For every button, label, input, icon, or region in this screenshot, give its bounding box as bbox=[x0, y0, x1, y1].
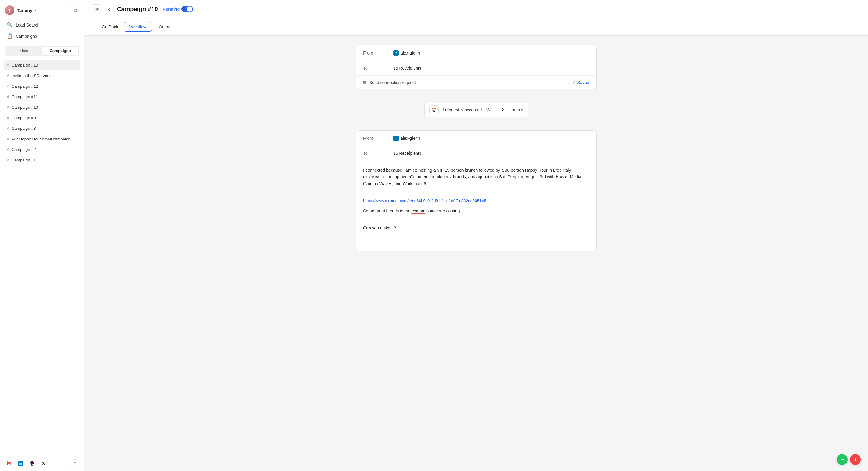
campaign-label: Campaign #9 bbox=[11, 115, 36, 120]
running-toggle[interactable] bbox=[181, 6, 193, 12]
slack-icon[interactable] bbox=[28, 459, 36, 467]
hash-icon: # bbox=[7, 115, 9, 121]
notification-badge[interactable]: 1 bbox=[850, 454, 861, 465]
mail-icon[interactable]: ✉ bbox=[92, 4, 101, 14]
tab-lists[interactable]: Lists bbox=[6, 47, 42, 55]
from-row-2: From in alex-glenn bbox=[356, 131, 596, 146]
gmail-icon[interactable] bbox=[5, 459, 13, 467]
from-value-2: in alex-glenn bbox=[393, 136, 420, 141]
campaign-label: Campaign #8 bbox=[11, 126, 36, 131]
campaign-label: Campaign #10 bbox=[11, 63, 38, 67]
to-label: To bbox=[363, 66, 393, 70]
tab-output[interactable]: Output bbox=[153, 22, 177, 31]
add-integration-icon[interactable]: + bbox=[51, 459, 59, 467]
message-para-3: Some great friends in the ecomm space ar… bbox=[363, 207, 589, 214]
toggle-knob bbox=[187, 6, 192, 12]
card-footer: ✉ Send connection request ✔ Saved bbox=[356, 76, 596, 89]
hash-icon: # bbox=[7, 147, 9, 152]
campaign-label: Campaign #10 bbox=[11, 105, 38, 110]
campaign-item-5[interactable]: # Campaign #9 bbox=[4, 113, 81, 123]
chevron-down-icon: ▾ bbox=[35, 8, 36, 12]
page-title: Campaign #10 bbox=[117, 6, 158, 13]
action-label: ✉ Send connection request bbox=[363, 80, 416, 85]
user-info[interactable]: T Tammy ▾ bbox=[5, 5, 36, 15]
chevron-down-icon: ▾ bbox=[521, 108, 523, 112]
campaign-list: # Campaign #10 # Invite to the SD event … bbox=[0, 59, 84, 455]
workflow-canvas: From in alex-glenn To 15 Receipients ✉ S… bbox=[84, 36, 868, 471]
campaign-item-4[interactable]: # Campaign #10 bbox=[4, 102, 81, 113]
linkedin-icon-2: in bbox=[393, 136, 399, 141]
workflow-connector: 📅 If request is accepted Wait 2 Hours ▾ bbox=[355, 90, 597, 130]
hash-icon: # bbox=[7, 94, 9, 99]
to-row-2: To 15 Receipients bbox=[356, 146, 596, 161]
from-account-2: alex-glenn bbox=[401, 136, 420, 141]
message-para-1: I connected because I am co-hosting a VI… bbox=[363, 167, 589, 187]
message-link[interactable]: https://www.airmeet.com/e/de66b9c0-2d81-… bbox=[363, 198, 589, 204]
saved-label: Saved bbox=[577, 80, 589, 85]
subtabs: ← Go Back Workflow Output bbox=[84, 19, 868, 36]
sidebar-bottom: 𝕏 + ? bbox=[0, 455, 84, 471]
go-back-label: Go Back bbox=[102, 24, 118, 29]
campaign-item-3[interactable]: # Campaign #11 bbox=[4, 92, 81, 102]
tab-workflow[interactable]: Workflow bbox=[124, 22, 152, 32]
linkedin-icon: in bbox=[393, 50, 399, 56]
sidebar-header: T Tammy ▾ ⊡ bbox=[0, 0, 84, 18]
sidebar-item-lead-search[interactable]: 🔍 Lead Search bbox=[4, 19, 81, 30]
envelope-icon: ✉ bbox=[95, 6, 98, 12]
to-label-2: To bbox=[363, 151, 393, 156]
from-label-2: From bbox=[363, 136, 393, 141]
hash-icon: # bbox=[7, 105, 9, 110]
campaigns-icon: 📋 bbox=[7, 33, 13, 39]
bottom-actions: + 1 bbox=[837, 454, 861, 465]
campaign-item-8[interactable]: # Campaign #2 bbox=[4, 144, 81, 155]
campaign-item-7[interactable]: # VIP Happy Hour email campaign bbox=[4, 134, 81, 144]
left-arrow-icon: ← bbox=[96, 24, 100, 29]
message-body[interactable]: I connected because I am co-hosting a VI… bbox=[356, 161, 596, 251]
add-step-button[interactable]: + bbox=[837, 454, 847, 465]
saved-badge: ✔ Saved bbox=[572, 80, 589, 85]
user-name: Tammy bbox=[17, 8, 32, 13]
status-badge: Running bbox=[163, 6, 193, 12]
campaign-item-9[interactable]: # Campaign #1 bbox=[4, 155, 81, 165]
campaign-item-0[interactable]: # Campaign #10 bbox=[4, 60, 81, 70]
action-text: Send connection request bbox=[369, 80, 416, 85]
sidebar-collapse-button[interactable]: ⊡ bbox=[71, 6, 79, 14]
left-arrow-icon: ‹ bbox=[108, 6, 110, 12]
connector-middle: 📅 If request is accepted Wait 2 Hours ▾ bbox=[424, 103, 528, 117]
hash-icon: # bbox=[7, 84, 9, 89]
help-label: ? bbox=[74, 461, 76, 466]
go-back-button[interactable]: ← Go Back bbox=[92, 22, 122, 31]
campaign-item-1[interactable]: # Invite to the SD event bbox=[4, 70, 81, 81]
check-icon: ✔ bbox=[572, 80, 576, 85]
campaign-label: Campaign #12 bbox=[11, 84, 38, 89]
campaign-item-6[interactable]: # Campaign #8 bbox=[4, 123, 81, 134]
linkedin-icon[interactable] bbox=[16, 459, 25, 467]
to-row: To 15 Receipients bbox=[356, 61, 596, 76]
hash-icon: # bbox=[7, 158, 9, 163]
campaign-label: VIP Happy Hour email campaign bbox=[11, 137, 70, 141]
campaign-item-2[interactable]: # Campaign #12 bbox=[4, 81, 81, 92]
sidebar-nav: 🔍 Lead Search 📋 Campaigns bbox=[0, 18, 84, 43]
hash-icon: # bbox=[7, 63, 9, 68]
sidebar-item-label: Lead Search bbox=[16, 23, 39, 27]
from-value: in alex-glenn bbox=[393, 50, 420, 56]
wait-number: 2 bbox=[500, 107, 506, 112]
help-button[interactable]: ? bbox=[71, 459, 79, 467]
from-account: alex-glenn bbox=[401, 51, 420, 56]
step1-card: From in alex-glenn To 15 Receipients ✉ S… bbox=[355, 45, 597, 90]
search-icon: 🔍 bbox=[7, 22, 13, 28]
campaign-label: Campaign #2 bbox=[11, 147, 36, 152]
tab-campaigns[interactable]: Campaigns bbox=[42, 47, 79, 55]
to-value: 15 Receipients bbox=[393, 66, 421, 70]
unit-dropdown[interactable]: Hours ▾ bbox=[509, 107, 523, 112]
campaign-label: Campaign #1 bbox=[11, 158, 36, 162]
topbar-back-button[interactable]: ‹ bbox=[105, 5, 113, 13]
sidebar-item-campaigns[interactable]: 📋 Campaigns bbox=[4, 30, 81, 41]
plus-icon: + bbox=[840, 456, 844, 463]
twitter-icon[interactable]: 𝕏 bbox=[39, 459, 48, 467]
connector-line-top bbox=[476, 90, 476, 101]
condition-label: If request is accepted bbox=[441, 107, 482, 112]
collapse-icon: ⊡ bbox=[73, 8, 77, 13]
count-badge: 1 bbox=[854, 458, 856, 462]
step2-card: From in alex-glenn To 15 Receipients I c… bbox=[355, 130, 597, 251]
